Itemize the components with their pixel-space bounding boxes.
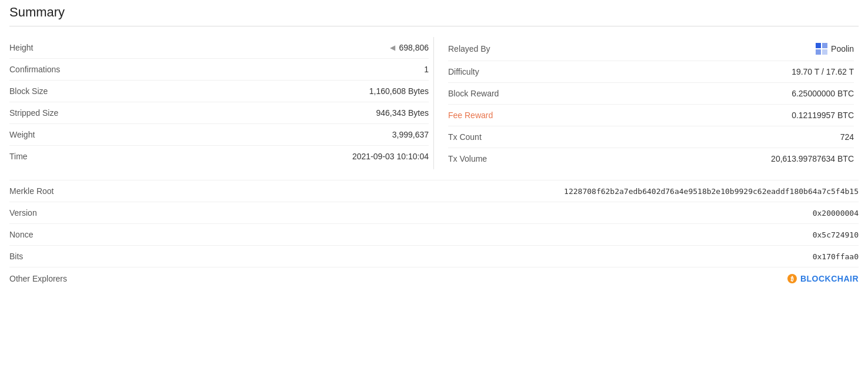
tx-volume-value: 20,613.99787634 BTC — [771, 154, 854, 163]
table-row: Height ◀ 698,806 — [9, 37, 429, 59]
table-row: Weight 3,999,637 — [9, 124, 429, 146]
version-label: Version — [9, 208, 37, 218]
weight-label: Weight — [9, 130, 35, 139]
left-column: Height ◀ 698,806 Confirmations 1 Block S… — [9, 37, 434, 169]
block-reward-value: 6.25000000 BTC — [792, 89, 854, 98]
nonce-label: Nonce — [9, 230, 33, 239]
other-explorers-value: ₿ BLOCKCHAIR — [787, 273, 859, 284]
table-row: Version 0x20000004 — [9, 202, 859, 224]
difficulty-label: Difficulty — [448, 67, 479, 76]
table-row: Relayed By Poolin — [448, 37, 854, 61]
table-row: Nonce 0x5c724910 — [9, 224, 859, 246]
table-row: Other Explorers ₿ BLOCKCHAIR — [9, 267, 859, 290]
table-row: Block Size 1,160,608 Bytes — [9, 81, 429, 102]
table-row: Time 2021-09-03 10:10:04 — [9, 146, 429, 167]
page-title: Summary — [9, 5, 859, 20]
table-row: Merkle Root 1228708f62b2a7edb6402d76a4e9… — [9, 180, 859, 202]
merkle-root-value: 1228708f62b2a7edb6402d76a4e9518b2e10b992… — [564, 187, 859, 196]
time-label: Time — [9, 152, 28, 161]
block-size-label: Block Size — [9, 86, 48, 96]
bits-value: 0x170ffaa0 — [813, 252, 859, 261]
time-value: 2021-09-03 10:10:04 — [352, 152, 429, 161]
weight-value: 3,999,637 — [392, 130, 429, 139]
prev-block-arrow[interactable]: ◀ — [390, 44, 395, 52]
svg-rect-3 — [822, 49, 827, 55]
svg-rect-1 — [822, 43, 827, 48]
stripped-size-label: Stripped Size — [9, 108, 58, 118]
tx-count-value: 724 — [840, 132, 854, 142]
svg-text:₿: ₿ — [790, 276, 793, 282]
difficulty-value: 19.70 T / 17.62 T — [792, 67, 854, 76]
poolin-link[interactable]: Poolin — [831, 44, 854, 53]
block-reward-label: Block Reward — [448, 89, 499, 98]
summary-grid: Height ◀ 698,806 Confirmations 1 Block S… — [9, 37, 859, 169]
table-row: Fee Reward 0.12119957 BTC — [448, 105, 854, 126]
table-row: Block Reward 6.25000000 BTC — [448, 83, 854, 105]
relayed-by-label: Relayed By — [448, 44, 490, 53]
svg-rect-0 — [816, 43, 821, 48]
stripped-size-value: 946,343 Bytes — [376, 108, 429, 118]
table-row: Difficulty 19.70 T / 17.62 T — [448, 61, 854, 83]
blockchain-link[interactable]: BLOCKCHAIR — [800, 274, 859, 283]
full-width-section: Merkle Root 1228708f62b2a7edb6402d76a4e9… — [9, 180, 859, 290]
right-column: Relayed By Poolin Difficulty 19.70 T / 1… — [434, 37, 859, 169]
tx-count-label: Tx Count — [448, 132, 482, 142]
version-value: 0x20000004 — [813, 209, 859, 218]
svg-rect-2 — [816, 49, 821, 55]
bits-label: Bits — [9, 252, 23, 261]
fee-reward-label: Fee Reward — [448, 111, 493, 120]
other-explorers-label: Other Explorers — [9, 274, 67, 283]
tx-volume-label: Tx Volume — [448, 154, 487, 163]
height-value: ◀ 698,806 — [390, 43, 429, 52]
divider — [9, 26, 859, 26]
table-row: Tx Count 724 — [448, 126, 854, 148]
relayed-by-value: Poolin — [816, 43, 854, 55]
nonce-value: 0x5c724910 — [813, 230, 859, 239]
height-label: Height — [9, 43, 33, 52]
table-row: Bits 0x170ffaa0 — [9, 246, 859, 267]
table-row: Stripped Size 946,343 Bytes — [9, 102, 429, 124]
confirmations-label: Confirmations — [9, 65, 60, 74]
table-row: Tx Volume 20,613.99787634 BTC — [448, 148, 854, 169]
confirmations-value: 1 — [424, 65, 429, 74]
merkle-root-label: Merkle Root — [9, 186, 54, 196]
fee-reward-value: 0.12119957 BTC — [792, 111, 854, 120]
table-row: Confirmations 1 — [9, 59, 429, 81]
blockchain-icon: ₿ — [787, 273, 797, 284]
poolin-icon — [816, 43, 827, 55]
block-size-value: 1,160,608 Bytes — [369, 86, 429, 96]
